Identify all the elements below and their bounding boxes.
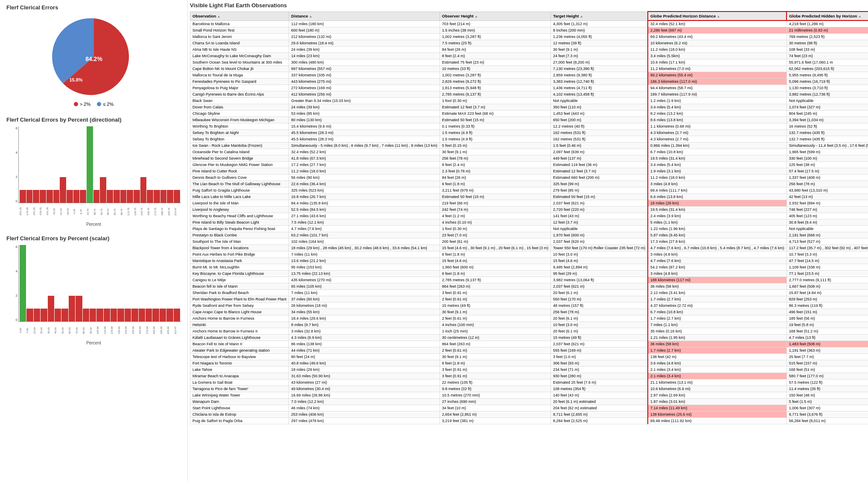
bar-scal-5 [55, 309, 61, 321]
x-tick-label: 45.00 [54, 322, 61, 339]
bar-scal-14 [117, 309, 124, 321]
table-row: Lake Tahoe18 miles (29 km)3 feet (0.91 m… [190, 367, 868, 373]
x-tick-label: 203.75 [168, 203, 175, 220]
x-tick-label: 5.00 [26, 322, 33, 339]
table-row: Playa de Santiago to Paquita Perez Fishi… [190, 226, 868, 232]
x-tick-label: 105.00 [96, 322, 103, 339]
table-row: Puig Salfort to Gragila Lighthouse325 mi… [190, 187, 868, 194]
x-tick-label: 55.00 [61, 322, 68, 339]
table-row: Chiclana to Isla de Estrop253 miles (406… [190, 411, 868, 418]
table-row: Canigou to Le Méje435 kilometres (270 mi… [190, 277, 868, 283]
x-tick-label: 15.00 [33, 322, 40, 339]
table-row: Burnt Mt. to Mt. McLoughlin95 miles (153… [190, 264, 868, 271]
bar-scal-15 [125, 309, 131, 321]
x-tick-label: 175.00 [146, 322, 153, 339]
table-row: The Llan Beach to The Mull of Galloway L… [190, 181, 868, 187]
x-tick-label: 205.00 [167, 322, 174, 339]
bar-scal-22 [174, 309, 180, 321]
bar-scal-12 [104, 309, 110, 321]
table-row: Cape Bolton NK to Mount Chokar jb897 kil… [190, 66, 868, 72]
x-tick-label: 65.00 [68, 322, 75, 339]
bar-scal-0 [20, 245, 26, 321]
x-tick-label: 8.75 [80, 203, 87, 220]
table-row: Mille Lacs Lake to Mille Lacs Lake16.8 m… [190, 194, 868, 200]
table-row: Selsey To Brighton at Night45.5 kilometr… [190, 130, 868, 136]
x-tick-label: -51.25 [60, 203, 67, 220]
right-panel[interactable]: Visible Light Flat Earth Observations Ob… [188, 0, 868, 481]
x-ticks-directional: -201.25-176.25-151.25-126.25-101.25-76.2… [19, 203, 181, 220]
x-tick-label: 188.75 [161, 203, 168, 220]
x-axis-label-directional: Percent [6, 222, 181, 227]
bar-dir-15 [120, 190, 127, 203]
table-row: Puig de Salfort to Pagla Orba297 miles (… [190, 418, 868, 424]
pie-label-large: 84.2% [85, 55, 102, 62]
col-header-target-height[interactable]: Target Height [551, 12, 648, 20]
table-row: Minehead to Second Severn Bridge41.8 mil… [190, 155, 868, 162]
col-header-observation[interactable]: Observation [190, 12, 289, 20]
table-row: Cape Arapo Cape to Blanco Light House34 … [190, 309, 868, 315]
bar-scal-10 [90, 309, 96, 321]
x-tick-label: 125.00 [111, 322, 117, 339]
col-header-observer-height[interactable]: Observer Height [440, 12, 551, 20]
y-tick-6-dir: 6 [6, 126, 17, 130]
x-tick-label: 38.75 [93, 203, 100, 220]
bar-dir-21 [160, 190, 167, 203]
col-header-globe-horizon[interactable]: Globe Predicted Horizon Distance [648, 12, 786, 20]
y-tick-0-scal: 0 [6, 318, 17, 322]
bar-dir-20 [154, 190, 160, 203]
bar-dir-0 [20, 190, 26, 203]
table-row: Liverpool to the Isle of Man84.4 miles (… [190, 200, 868, 207]
table-row: Fort Niagara to Toronto40.8 miles (49.6 … [190, 360, 868, 367]
bar-dir-8 [73, 190, 80, 203]
x-tick-label: 155.00 [132, 322, 139, 339]
bar-dir-4 [47, 190, 53, 203]
pie-chart-container: 84.2% 15.8% > 2% ≤ 2% [6, 14, 181, 108]
table-row: Small Pond Horizon Test600 feet (180 m)1… [190, 27, 868, 34]
x-tick-label: 75.00 [76, 322, 82, 339]
table-row: Wanapum Dam7.0 miles (12.2 km)27 inches … [190, 399, 868, 405]
x-axis-label-scalar: Percent [6, 341, 181, 345]
table-row: Lake McConaughy to Lake McConaughy Dam14… [190, 53, 868, 59]
x-tick-label: 158.75 [147, 203, 154, 220]
table-row: Liverpool to Anglesey52.5 miles (84.5 km… [190, 207, 868, 213]
x-tick-label: 115.00 [104, 322, 111, 339]
x-tick-label: 173.75 [154, 203, 161, 220]
x-tick-label: 128.75 [134, 203, 141, 220]
bar-scal-11 [96, 309, 103, 321]
x-tick-label: 68.75 [107, 203, 114, 220]
bar-scal-7 [69, 296, 75, 321]
table-title: Visible Light Flat Earth Observations [190, 2, 866, 9]
bar-dir-1 [26, 190, 33, 203]
col-header-globe-hidden[interactable]: Globe Predicted Hidden by Horizon [786, 12, 868, 20]
table-row: Southport to The Isle of Man102 miles (1… [190, 239, 868, 245]
table-row: Miramar Beach to Anacapa31.63 miles (50.… [190, 373, 868, 379]
x-tick-label: 35.00 [47, 322, 54, 339]
bar-scal-6 [61, 309, 68, 321]
x-tick-label: 83.75 [114, 203, 120, 220]
bar-dir-17 [134, 190, 140, 203]
x-tick-label: 213.47 [174, 322, 181, 339]
table-row: Worthing to Beachy Head Cliffs and Light… [190, 213, 868, 219]
bar-scal-2 [34, 309, 40, 321]
bar-dir-2 [33, 190, 39, 203]
x-tick-label: 95.00 [90, 322, 96, 339]
x-tick-label: 213.47 [174, 203, 181, 220]
table-row: Oceanside Pier to Catalina Island32.4 mi… [190, 149, 868, 155]
pie-legend: > 2% ≤ 2% [74, 102, 114, 107]
bar-chart-scalar-section: Flerf Clerical Errors by Percent (scalar… [6, 235, 181, 345]
bar-scal-16 [131, 309, 138, 321]
col-header-distance[interactable]: Distance [289, 12, 440, 20]
bar-scal-20 [160, 309, 166, 321]
x-tick-label: 98.75 [120, 203, 127, 220]
y-tick-4-scal: 4 [6, 269, 17, 273]
bar-scal-21 [166, 309, 173, 321]
legend-item-red: > 2% [74, 102, 90, 107]
bar-scal-9 [83, 309, 89, 321]
table-row: Tarragona to Pico de faro 'Tower'49 kilo… [190, 386, 868, 392]
y-tick-0-dir: 0 [6, 199, 17, 203]
x-tick-label: -101.25 [46, 203, 53, 220]
table-row: Dennis Beach to Gullivers Cove56 miles (… [190, 175, 868, 181]
table-row: Start Point Lighthouse46 miles (74 km)34… [190, 405, 868, 411]
bar-scal-8 [76, 296, 82, 321]
table-row: Fenestades Pyrenees to Pic Gaspard443 ki… [190, 79, 868, 85]
